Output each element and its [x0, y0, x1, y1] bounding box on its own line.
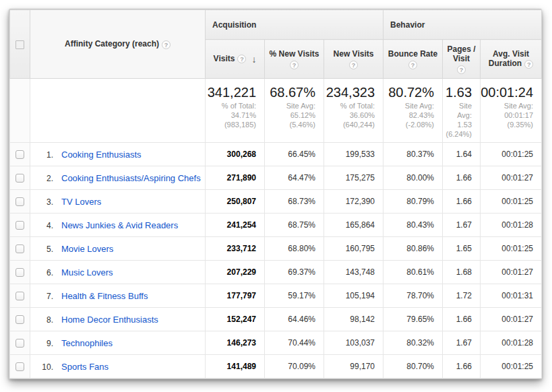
new-visits-cell: 103,037: [324, 331, 384, 355]
summary-bounce-rate-cell: 80.72% Site Avg: 82.43% (-2.08%): [384, 79, 443, 143]
bounce-rate-cell: 80.70%: [384, 355, 443, 379]
dimension-link[interactable]: Health & Fitness Buffs: [61, 291, 148, 301]
avg-duration-cell: 00:01:27: [481, 261, 542, 284]
visits-cell: 271,890: [206, 166, 265, 190]
pct-new-visits-cell: 68.80%: [265, 237, 324, 261]
row-checkbox[interactable]: [16, 315, 24, 324]
table-row: 3.TV Lovers 250,807 68.73% 172,390 80.79…: [10, 190, 542, 214]
new-visits-cell: 105,194: [324, 284, 384, 308]
row-checkbox[interactable]: [16, 268, 24, 277]
row-checkbox[interactable]: [16, 362, 24, 371]
row-checkbox[interactable]: [16, 174, 24, 183]
row-checkbox[interactable]: [16, 150, 24, 159]
pct-new-visits-cell: 68.73%: [265, 190, 324, 214]
dimension-link[interactable]: Home Decor Enthusiasts: [61, 315, 158, 325]
summary-new-visits-cell: 234,323 % of Total: 36.60% (640,244): [324, 79, 384, 143]
pct-new-visits-cell: 70.09%: [265, 355, 324, 379]
pages-visit-cell: 1.67: [443, 214, 481, 237]
avg-duration-cell: 00:01:27: [481, 166, 542, 190]
pct-new-visits-cell: 59.17%: [265, 284, 324, 308]
visits-cell: 241,254: [206, 214, 265, 237]
column-header-bounce-rate[interactable]: Bounce Rate ?: [384, 40, 443, 79]
dimension-column-header[interactable]: Affinity Category (reach)?: [30, 10, 206, 79]
new-visits-cell: 143,748: [324, 261, 384, 284]
pages-visit-total: 1.63: [443, 85, 472, 100]
new-visits-cell: 175,275: [324, 166, 384, 190]
help-icon[interactable]: ?: [408, 61, 417, 69]
checkbox-cell: [10, 214, 30, 237]
checkbox-cell: [10, 261, 30, 284]
help-icon[interactable]: ?: [237, 55, 246, 63]
column-header-avg-duration[interactable]: Avg. Visit Duration?: [481, 40, 542, 79]
column-header-visits[interactable]: Visits?↓: [206, 40, 265, 79]
checkbox-cell: [10, 355, 30, 379]
dimension-link[interactable]: Cooking Enthusiasts/Aspiring Chefs: [61, 173, 201, 183]
sort-descending-icon[interactable]: ↓: [251, 54, 256, 65]
dimension-cell: 9.Technophiles: [30, 331, 206, 355]
dimension-link[interactable]: News Junkies & Avid Readers: [61, 220, 178, 230]
checkbox-cell: [10, 237, 30, 261]
pct-new-visits-cell: 68.75%: [265, 214, 324, 237]
bounce-rate-cell: 80.43%: [384, 214, 443, 237]
dimension-link[interactable]: Music Lovers: [61, 267, 113, 277]
row-checkbox[interactable]: [16, 221, 24, 230]
pages-visit-cell: 1.66: [443, 355, 481, 379]
summary-pct-new-visits-cell: 68.67% Site Avg: 65.12% (5.46%): [265, 79, 324, 143]
new-visits-cell: 99,170: [324, 355, 384, 379]
new-visits-header-label: New Visits: [334, 49, 374, 59]
row-checkbox[interactable]: [16, 339, 24, 348]
group-header-row: Affinity Category (reach)? Acquisition B…: [10, 10, 542, 40]
new-visits-total-sub: % of Total: 36.60% (640,244): [324, 101, 375, 129]
pages-visit-cell: 1.72: [443, 284, 481, 308]
pct-new-visits-cell: 66.45%: [265, 143, 324, 166]
group-header-behavior: Behavior: [384, 10, 542, 40]
visits-cell: 250,807: [206, 190, 265, 214]
pct-new-visits-cell: 69.37%: [265, 261, 324, 284]
dimension-link[interactable]: TV Lovers: [61, 197, 101, 207]
dimension-link[interactable]: Cooking Enthusiasts: [61, 150, 142, 160]
row-checkbox[interactable]: [16, 244, 24, 253]
dimension-link[interactable]: Sports Fans: [61, 362, 109, 372]
row-rank: 2.: [36, 174, 53, 183]
table-row: 9.Technophiles 146,273 70.44% 103,037 80…: [10, 331, 542, 355]
help-icon[interactable]: ?: [162, 40, 171, 49]
row-checkbox[interactable]: [16, 292, 24, 300]
table-row: 2.Cooking Enthusiasts/Aspiring Chefs 271…: [10, 166, 542, 190]
summary-checkbox-cell: [10, 79, 30, 143]
pages-visit-cell: 1.65: [443, 237, 481, 261]
checkbox-cell: [10, 331, 30, 355]
visits-cell: 177,797: [206, 284, 265, 308]
bounce-rate-cell: 79.65%: [384, 308, 443, 331]
help-icon[interactable]: ?: [457, 65, 466, 74]
dimension-link[interactable]: Movie Lovers: [61, 244, 113, 254]
row-checkbox[interactable]: [16, 197, 24, 206]
checkbox-cell: [10, 190, 30, 214]
table-row: 1.Cooking Enthusiasts 300,268 66.45% 199…: [10, 143, 542, 166]
checkbox-cell: [10, 143, 30, 166]
dimension-link[interactable]: Technophiles: [61, 338, 113, 348]
select-all-checkbox[interactable]: [16, 40, 24, 49]
help-icon[interactable]: ?: [524, 60, 533, 69]
summary-row: 341,221 % of Total: 34.71% (983,185) 68.…: [10, 79, 542, 143]
pct-new-visits-cell: 64.47%: [265, 166, 324, 190]
help-icon[interactable]: ?: [290, 61, 299, 69]
column-header-pct-new-visits[interactable]: % New Visits ?: [265, 40, 324, 79]
new-visits-cell: 172,390: [324, 190, 384, 214]
help-icon[interactable]: ?: [349, 61, 358, 69]
affinity-category-table: Affinity Category (reach)? Acquisition B…: [9, 9, 542, 379]
avg-duration-cell: 00:01:28: [481, 331, 542, 355]
column-header-pages-visit[interactable]: Pages / Visit ?: [443, 40, 481, 79]
pages-visit-cell: 1.66: [443, 166, 481, 190]
column-header-new-visits[interactable]: New Visits ?: [324, 40, 384, 79]
table-row: 8.Home Decor Enthusiasts 152,247 64.46% …: [10, 308, 542, 331]
analytics-data-table-card: Affinity Category (reach)? Acquisition B…: [9, 9, 542, 379]
bounce-rate-cell: 80.37%: [384, 143, 443, 166]
dimension-cell: 1.Cooking Enthusiasts: [30, 143, 206, 166]
visits-header-label: Visits: [214, 54, 235, 63]
table-row: 10.Sports Fans 141,489 70.09% 99,170 80.…: [10, 355, 542, 379]
bounce-rate-cell: 80.00%: [384, 166, 443, 190]
visits-cell: 141,489: [206, 355, 265, 379]
row-rank: 4.: [36, 221, 53, 230]
pct-new-visits-total-sub: Site Avg: 65.12% (5.46%): [265, 101, 315, 129]
dimension-cell: 6.Music Lovers: [30, 261, 206, 284]
